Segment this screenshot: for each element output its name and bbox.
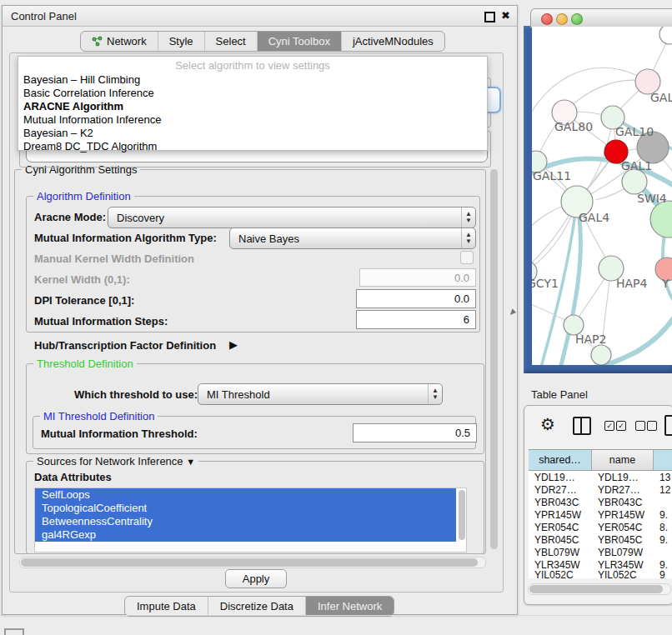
gear-icon[interactable]: ⚙ bbox=[540, 416, 555, 432]
table-row[interactable]: YBR043CYBR043C bbox=[529, 496, 672, 508]
data-attributes-list[interactable]: SelfLoops TopologicalCoefficient Between… bbox=[34, 488, 467, 552]
sources-collapse-arrow-icon[interactable]: ▼ bbox=[186, 457, 195, 467]
unchecked-checkbox-icon[interactable] bbox=[647, 421, 657, 431]
float-window-icon[interactable] bbox=[484, 12, 495, 22]
table-row[interactable]: YBR045CYBR045C9. bbox=[529, 533, 672, 546]
close-traffic-light-icon[interactable] bbox=[541, 13, 553, 25]
table-row[interactable]: YER054CYER054C8. bbox=[529, 521, 672, 533]
attributes-list-scrollbar[interactable] bbox=[459, 490, 465, 540]
tab-impute-data[interactable]: Impute Data bbox=[125, 597, 208, 616]
node-partial-bottom[interactable] bbox=[591, 345, 611, 365]
node-table: shared… name YDL19…YDL19…13 YDR27…YDR27…… bbox=[529, 449, 672, 578]
label-gal4: GAL4 bbox=[579, 211, 609, 224]
sources-title-wrap: Sources for Network Inference ▼ bbox=[33, 455, 198, 468]
minimize-traffic-light-icon[interactable] bbox=[556, 13, 568, 25]
column-header-partial[interactable] bbox=[654, 450, 672, 470]
apply-button[interactable]: Apply bbox=[225, 569, 287, 588]
node-swi4[interactable] bbox=[622, 169, 647, 194]
split-columns-icon[interactable] bbox=[573, 417, 591, 435]
close-icon[interactable]: ✖ bbox=[501, 9, 510, 22]
manual-kernel-width-checkbox[interactable] bbox=[460, 251, 474, 264]
label-gal1: GAL1 bbox=[621, 159, 652, 172]
partial-bottom-left-icon[interactable] bbox=[4, 628, 24, 635]
algorithm-option-aracne[interactable]: ARACNE Algorithm bbox=[23, 100, 123, 112]
algorithm-option-mutual-information[interactable]: Mutual Information Inference bbox=[23, 113, 161, 126]
node-partial-top[interactable] bbox=[659, 27, 672, 44]
which-threshold-value: MI Threshold bbox=[198, 388, 428, 401]
table-row[interactable]: YDR27…YDR27…12 bbox=[529, 483, 672, 496]
network-graph-icon bbox=[92, 36, 103, 47]
control-panel-titlebar[interactable]: Control Panel ✖ bbox=[3, 6, 517, 27]
table-row[interactable]: YIL052CYIL052C9 bbox=[529, 571, 672, 578]
kernel-width-label: Kernel Width (0,1): bbox=[34, 273, 130, 286]
table-body: YDL19…YDL19…13 YDR27…YDR27…12 YBR043CYBR… bbox=[529, 471, 672, 578]
which-threshold-select[interactable]: MI Threshold ▲▼ bbox=[198, 383, 443, 405]
checked-checkbox-icon[interactable]: ✓ bbox=[604, 421, 614, 431]
hub-expand-arrow-icon[interactable]: ▶ bbox=[229, 338, 238, 351]
attr-item-topologicalcoefficient[interactable]: TopologicalCoefficient bbox=[35, 502, 456, 515]
table-panel: ⚙ ✓ ✓ shared… name YDL19…YDL19…13 YDR27…… bbox=[524, 405, 672, 605]
tab-cyni-toolbox[interactable]: Cyni Toolbox bbox=[258, 32, 342, 51]
table-hscrollbar[interactable] bbox=[528, 583, 671, 595]
algorithm-option-bayesian-k2[interactable]: Bayesian – K2 bbox=[23, 127, 93, 139]
label-swi4: SWI4 bbox=[637, 192, 667, 205]
algorithm-definition-title: Algorithm Definition bbox=[33, 190, 134, 202]
mi-steps-input[interactable]: 6 bbox=[356, 310, 476, 329]
mi-algorithm-type-select[interactable]: Naive Bayes ▲▼ bbox=[229, 228, 476, 249]
network-window-titlebar[interactable] bbox=[530, 8, 672, 28]
algorithm-option-dream8[interactable]: Dream8 DC_TDC Algorithm bbox=[23, 140, 157, 152]
status-bar-divider bbox=[0, 615, 672, 616]
tab-jactivemnodules[interactable]: jActiveMNodules bbox=[342, 32, 444, 51]
label-hap4: HAP4 bbox=[616, 277, 648, 290]
label-gal-partial: GAL bbox=[650, 91, 672, 104]
stepper-arrows-icon: ▲▼ bbox=[428, 384, 442, 404]
tab-select[interactable]: Select bbox=[205, 32, 258, 51]
document-icon[interactable] bbox=[664, 415, 672, 436]
checked-checkbox-icon[interactable]: ✓ bbox=[616, 421, 626, 431]
dpi-tolerance-label: DPI Tolerance [0,1]: bbox=[34, 294, 134, 307]
aracne-mode-select[interactable]: Discovery ▲▼ bbox=[108, 207, 476, 228]
table-row[interactable]: YBL079WYBL079W bbox=[529, 546, 672, 558]
tab-infer-network[interactable]: Infer Network bbox=[306, 597, 394, 616]
algorithm-option-basic-correlation[interactable]: Basic Correlation Inference bbox=[23, 87, 154, 99]
mi-steps-label: Mutual Information Steps: bbox=[34, 315, 168, 328]
label-gal10: GAL10 bbox=[615, 125, 654, 138]
table-row[interactable]: YPR145WYPR145W9. bbox=[529, 508, 672, 521]
mi-algorithm-type-label: Mutual Information Algorithm Type: bbox=[34, 232, 217, 244]
table-row[interactable]: YDL19…YDL19…13 bbox=[529, 471, 672, 483]
which-threshold-label: Which threshold to use: bbox=[74, 388, 198, 401]
manual-kernel-width-label: Manual Kernel Width Definition bbox=[34, 252, 194, 265]
label-gal80: GAL80 bbox=[554, 120, 593, 133]
settings-hscrollbar[interactable] bbox=[19, 557, 486, 568]
unchecked-checkbox-icon[interactable] bbox=[635, 421, 645, 431]
tab-network[interactable]: Network bbox=[81, 32, 158, 51]
zoom-traffic-light-icon[interactable] bbox=[571, 13, 583, 25]
label-gal11: GAL11 bbox=[533, 169, 571, 182]
tab-style[interactable]: Style bbox=[158, 32, 205, 51]
table-header-row: shared… name bbox=[529, 449, 672, 471]
algorithm-dropdown-prompt: Select algorithm to view settings bbox=[18, 59, 487, 72]
label-y-partial: Y bbox=[661, 277, 669, 290]
data-attributes-label: Data Attributes bbox=[34, 471, 112, 483]
algorithm-option-bayesian-hill-climbing[interactable]: Bayesian – Hill Climbing bbox=[23, 73, 140, 86]
control-panel-window: Control Panel ✖ Network Style Select bbox=[2, 5, 518, 615]
mi-threshold-label: Mutual Information Threshold: bbox=[41, 428, 198, 440]
label-gcy1: GCY1 bbox=[532, 277, 559, 290]
dpi-tolerance-input[interactable]: 0.0 bbox=[356, 289, 476, 308]
table-row[interactable]: YLR345WYLR345W9. bbox=[529, 558, 672, 571]
aracne-mode-label: Aracne Mode: bbox=[34, 211, 106, 223]
tab-discretize-data[interactable]: Discretize Data bbox=[208, 597, 306, 616]
attr-item-gal4rgexp[interactable]: gal4RGexp bbox=[35, 528, 456, 542]
column-header-name[interactable]: name bbox=[592, 450, 654, 470]
aracne-mode-value: Discovery bbox=[108, 212, 461, 224]
hub-definition-label: Hub/Transcription Factor Definition bbox=[34, 339, 216, 352]
column-header-shared-name[interactable]: shared… bbox=[529, 450, 592, 470]
attr-item-selfloops[interactable]: SelfLoops bbox=[35, 488, 456, 502]
table-toolbar: ⚙ ✓ ✓ bbox=[524, 406, 672, 449]
settings-scrollbar[interactable] bbox=[489, 166, 500, 554]
attr-item-betweennesscentrality[interactable]: BetweennessCentrality bbox=[35, 515, 456, 528]
network-canvas[interactable]: GAL GAL80 GAL10 GAL1 GAL11 SWI4 GAL4 GCY… bbox=[532, 27, 672, 365]
node-partial-right-green[interactable] bbox=[650, 201, 672, 238]
mi-threshold-input[interactable]: 0.5 bbox=[353, 423, 477, 442]
kernel-width-input[interactable]: 0.0 bbox=[359, 268, 476, 287]
